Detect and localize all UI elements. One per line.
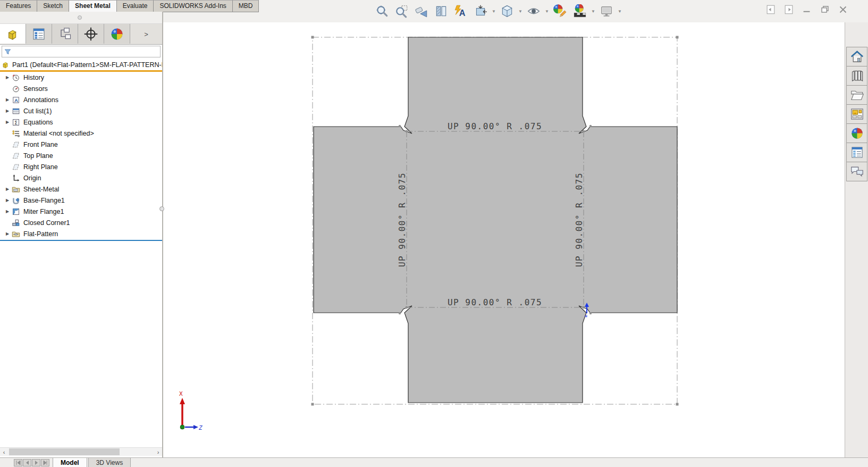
ribbon-tab-evaluate[interactable]: Evaluate — [117, 0, 154, 12]
scroll-left-arrow[interactable]: ‹ — [0, 448, 8, 456]
scrollbar-thumb[interactable] — [9, 448, 120, 455]
previous-tab-button[interactable] — [23, 459, 31, 466]
view-orientation-dropdown-arrow[interactable]: ▼ — [518, 3, 523, 20]
taskpane-appearances-scenes-button[interactable] — [846, 123, 867, 143]
panel-collapse-grip[interactable] — [0, 12, 162, 24]
ribbon-tab-features[interactable]: Features — [0, 0, 37, 12]
tree-item-front-plane[interactable]: Front Plane — [0, 139, 162, 150]
expand-arrow-icon[interactable]: ▶ — [3, 209, 12, 214]
fm-tab-property-manager[interactable] — [26, 24, 52, 44]
view-settings-button[interactable] — [597, 3, 616, 20]
next-tab-button[interactable] — [32, 459, 40, 466]
taskpane-view-palette-button[interactable] — [846, 104, 867, 124]
fm-tab-dimxpert-manager[interactable] — [78, 24, 104, 44]
expand-arrow-icon[interactable]: ▶ — [3, 187, 12, 191]
tree-item-sheet-metal[interactable]: ▶Sheet-Metal — [0, 184, 162, 195]
tree-filter-box[interactable] — [2, 46, 161, 57]
origin-icon — [12, 174, 21, 182]
ribbon-tab-mbd[interactable]: MBD — [233, 0, 259, 12]
first-tab-button[interactable] — [14, 459, 22, 466]
expand-arrow-icon[interactable]: ▶ — [3, 120, 12, 124]
tree-item-origin[interactable]: Origin — [0, 172, 162, 184]
fm-tab-display-manager[interactable] — [104, 24, 130, 44]
tree-item-miter-flange1[interactable]: ▶Miter Flange1 — [0, 206, 162, 217]
cutlist-icon — [12, 107, 20, 115]
scroll-right-arrow[interactable]: › — [154, 448, 162, 456]
tree-item-flat-pattern[interactable]: ▶Flat-Pattern — [0, 228, 162, 239]
apply-scene-dropdown-arrow[interactable]: ▼ — [591, 3, 596, 20]
previous-view-button[interactable] — [412, 3, 431, 20]
tree-item-label: History — [23, 74, 44, 81]
dynamic-annotation-views-button[interactable]: A — [452, 3, 470, 20]
closedcorner-icon — [12, 219, 21, 227]
tree-item-top-plane[interactable]: Top Plane — [0, 150, 162, 161]
tree-item-label: Top Plane — [23, 152, 53, 160]
taskpane-solidworks-forum-button[interactable] — [846, 162, 867, 181]
minimize-button[interactable] — [800, 3, 813, 16]
baseflange-icon — [12, 196, 20, 205]
view-settings-dropdown-arrow[interactable]: ▼ — [617, 3, 622, 20]
fm-tabs-expand-button[interactable]: > — [130, 24, 162, 44]
tree-item-material-not-specified-[interactable]: Material <not specified> — [0, 128, 162, 139]
close-button[interactable] — [837, 3, 849, 16]
graphics-viewport[interactable]: UP 90.00° R .075 UP 90.00° R .075 UP 90.… — [163, 22, 845, 457]
annotation-view-dropdown-arrow[interactable]: ▼ — [491, 3, 496, 20]
design-library-icon — [850, 69, 864, 83]
tree-filter-input[interactable] — [12, 47, 160, 56]
display-style-dropdown-arrow[interactable]: ▼ — [544, 3, 550, 20]
expand-arrow-icon[interactable]: ▶ — [3, 198, 12, 203]
tree-item-base-flange1[interactable]: ▶Base-Flange1 — [0, 195, 162, 206]
tree-root-item[interactable]: Part1 (Default<Flat-Pattern1>SM-FLAT-PAT… — [0, 60, 162, 70]
selected-item-underline — [0, 240, 162, 241]
configuration-manager-icon — [57, 27, 72, 41]
flatpattern-icon — [12, 230, 21, 238]
expand-arrow-icon[interactable]: ▶ — [3, 231, 12, 236]
next-tab-icon — [33, 460, 39, 465]
tree-item-sensors[interactable]: Sensors — [0, 83, 162, 94]
ribbon-tab-solidworks-add-ins[interactable]: SOLIDWORKS Add-Ins — [154, 0, 232, 12]
annotation-view-button[interactable] — [471, 3, 490, 20]
expand-arrow-icon[interactable]: ▶ — [3, 75, 12, 80]
cutlist-icon — [12, 107, 21, 115]
fm-tab-configuration-manager[interactable] — [52, 24, 78, 44]
feature-manager-panel: > Part1 (Default<Flat-Pattern1>SM-FLAT-P… — [0, 12, 163, 457]
edit-appearance-button[interactable] — [551, 3, 569, 20]
apply-scene-button[interactable] — [571, 3, 589, 20]
restore-button[interactable] — [819, 3, 831, 16]
tree-item-right-plane[interactable]: Right Plane — [0, 161, 162, 172]
collapse-right-pane-icon — [783, 4, 795, 15]
fm-tab-featuremanager-design-tree[interactable] — [0, 24, 26, 44]
ribbon-tab-sheet-metal[interactable]: Sheet Metal — [69, 0, 117, 12]
plane-icon — [12, 140, 21, 149]
collapse-right-pane-button[interactable] — [782, 3, 795, 16]
origin-icon — [12, 174, 20, 182]
tree-item-equations[interactable]: ▶ΣEquations — [0, 116, 162, 128]
sheet-metal-flat-pattern-face[interactable] — [314, 37, 677, 403]
tree-item-cut-list-1-[interactable]: ▶Cut list(1) — [0, 105, 162, 116]
ribbon-tab-sketch[interactable]: Sketch — [37, 0, 69, 12]
section-view-button[interactable] — [432, 3, 450, 20]
tree-item-history[interactable]: ▶History — [0, 72, 162, 83]
zoom-to-area-button[interactable] — [393, 3, 411, 20]
tree-item-annotations[interactable]: ▶AAnnotations — [0, 94, 162, 105]
display-style-button[interactable] — [525, 3, 543, 20]
tree-item-closed-corner1[interactable]: Closed Corner1 — [0, 217, 162, 228]
taskpane-custom-properties-button[interactable] — [846, 143, 867, 162]
collapse-left-pane-button[interactable] — [764, 3, 777, 16]
panel-horizontal-scrollbar[interactable]: ‹ › — [0, 447, 162, 456]
document-tab-model[interactable]: Model — [53, 458, 87, 467]
panel-splitter-handle[interactable] — [159, 206, 164, 211]
taskpane-design-library-button[interactable] — [846, 66, 867, 86]
document-tab-navigation — [14, 458, 49, 467]
expand-arrow-icon[interactable]: ▶ — [3, 109, 12, 113]
taskpane-home-button[interactable] — [846, 47, 867, 66]
last-tab-button[interactable] — [41, 459, 49, 466]
taskpane-file-explorer-button[interactable] — [846, 85, 867, 105]
document-tab-3d-views[interactable]: 3D Views — [88, 458, 131, 467]
zoom-to-fit-button[interactable] — [373, 3, 391, 20]
view-orientation-button[interactable] — [498, 3, 516, 20]
first-tab-icon — [15, 460, 21, 465]
tree-item-label: Right Plane — [23, 163, 58, 171]
task-pane-buttons — [846, 47, 867, 181]
expand-arrow-icon[interactable]: ▶ — [3, 97, 12, 102]
